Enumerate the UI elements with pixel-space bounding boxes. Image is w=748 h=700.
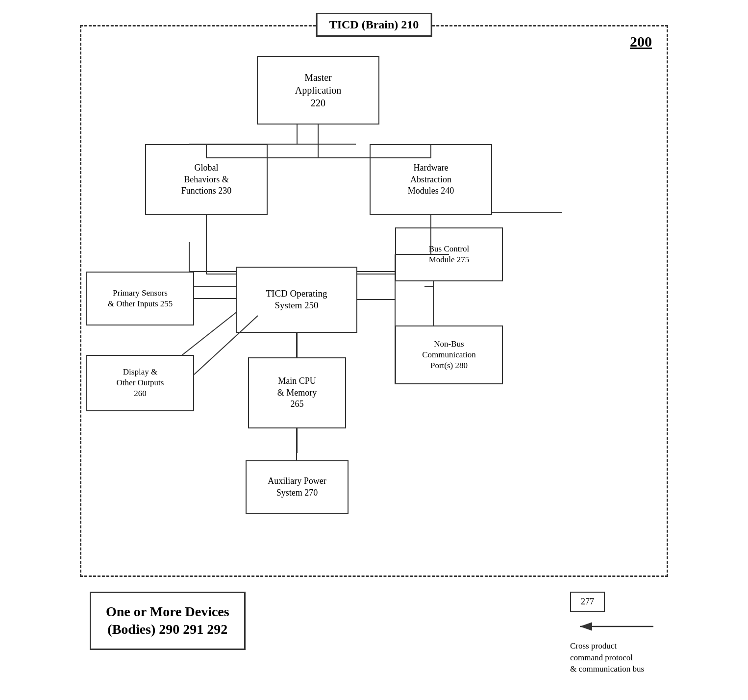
devices-label: One or More Devices (Bodies) 290 291 292 [106,603,229,639]
global-behaviors-box: Global Behaviors & Functions 230 [145,144,268,215]
non-bus-label: Non-Bus Communication Port(s) 280 [422,339,476,371]
non-bus-box: Non-Bus Communication Port(s) 280 [395,325,503,384]
master-application-label: Master Application 220 [295,71,341,109]
bottom-section: One or More Devices (Bodies) 290 291 292… [80,592,668,675]
devices-box: One or More Devices (Bodies) 290 291 292 [90,592,246,650]
master-application-box: Master Application 220 [257,56,379,125]
outer-dashed-border: TICD (Brain) 210 200 [80,25,668,577]
auxiliary-power-label: Auxiliary Power System 270 [268,475,326,499]
main-cpu-box: Main CPU & Memory 265 [248,357,346,428]
label-277-text: 277 [581,597,594,606]
ticd-os-label: TICD Operating System 250 [266,288,327,312]
cross-product-text: Cross product command protocol & communi… [570,641,644,674]
bus-control-label: Bus Control Module 275 [429,244,470,265]
cross-product-label: Cross product command protocol & communi… [570,640,644,675]
hardware-abstraction-label: Hardware Abstraction Modules 240 [408,162,454,197]
primary-sensors-label: Primary Sensors & Other Inputs 255 [108,288,173,309]
arrow-svg [570,617,658,636]
bus-control-box: Bus Control Module 275 [395,227,503,281]
hardware-abstraction-box: Hardware Abstraction Modules 240 [370,144,492,215]
global-behaviors-label: Global Behaviors & Functions 230 [181,162,232,197]
ticd-os-box: TICD Operating System 250 [236,267,357,333]
label-277-box: 277 [570,592,605,612]
arrow-section: 277 Cross product command protocol & com… [570,592,658,675]
main-cpu-label: Main CPU & Memory 265 [277,375,317,410]
ticd-brain-title: TICD (Brain) 210 [316,13,432,37]
display-outputs-label: Display & Other Outputs 260 [117,367,164,399]
diagram-wrapper: TICD (Brain) 210 200 [31,5,717,695]
primary-sensors-box: Primary Sensors & Other Inputs 255 [86,272,194,325]
auxiliary-power-box: Auxiliary Power System 270 [246,460,349,514]
display-outputs-box: Display & Other Outputs 260 [86,355,194,411]
